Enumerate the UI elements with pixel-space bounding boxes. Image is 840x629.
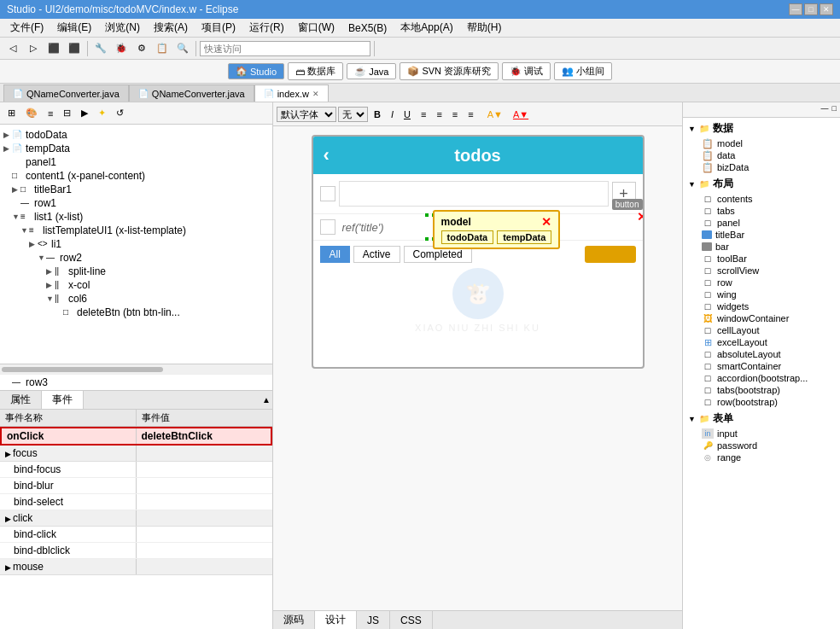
menu-project[interactable]: 项目(P) [195,19,242,37]
right-item-tabs-bootstrap[interactable]: □ tabs(bootstrap) [685,384,838,396]
right-item-tabs[interactable]: □ tabs [685,205,838,217]
align-right-button[interactable]: ≡ [448,108,462,121]
minimize-button[interactable]: — [789,3,802,15]
tree-item-todoData[interactable]: ▶ 📄 todoData [3,128,269,142]
right-item-row[interactable]: □ row [685,277,838,288]
model-close-btn[interactable]: ✕ [541,215,551,229]
tree-item-col6[interactable]: ▼ || col6 [3,292,269,306]
toolbar-btn-8[interactable]: 📋 [153,40,172,57]
right-item-absolutelayout[interactable]: □ absoluteLayout [685,348,838,360]
delete-btn[interactable]: ✕ [637,210,645,224]
maximize-button[interactable]: □ [804,3,818,15]
align-center-button[interactable]: ≡ [432,108,446,121]
item-checkbox[interactable] [320,219,335,235]
tree-item-panel1[interactable]: panel1 [3,155,269,169]
toolbar-btn-7[interactable]: ⚙ [132,40,151,57]
font-size-select[interactable]: 无 [338,107,368,122]
tab-0[interactable]: 📄 QNameConverter.java [3,84,129,102]
menu-localapp[interactable]: 本地App(A) [394,19,459,37]
quick-access-input[interactable] [200,41,370,56]
event-group-focus[interactable]: ▶focus [0,446,272,462]
refresh-btn[interactable]: ↺ [112,106,128,120]
tree-item-titleBar1[interactable]: ▶ □ titleBar1 [3,183,269,196]
underline-button[interactable]: U [400,108,415,121]
right-item-wing[interactable]: □ wing [685,288,838,300]
menu-window[interactable]: 窗口(W) [291,19,341,37]
close-button[interactable]: ✕ [820,3,833,15]
debug-button[interactable]: 🐞 调试 [502,62,551,80]
tab-js[interactable]: JS [357,611,390,629]
menu-file[interactable]: 文件(F) [3,19,50,37]
right-item-panel[interactable]: □ panel [685,217,838,229]
todo-text-input[interactable] [339,181,609,207]
right-item-bizData[interactable]: 📋 bizData [685,161,838,173]
event-row-bind-click[interactable]: bind-click [0,527,272,543]
event-row-bind-blur[interactable]: bind-blur [0,478,272,494]
tab-design[interactable]: 设计 [315,611,357,629]
event-group-click[interactable]: ▶click [0,510,272,527]
align-left-button[interactable]: ≡ [417,108,430,121]
tree-item-deleteBtn[interactable]: □ deleteBtn (btn btn-lin... [3,306,269,319]
database-button[interactable]: 🗃 数据库 [288,62,343,80]
menu-bex5[interactable]: BeX5(B) [341,20,394,36]
color-btn[interactable]: 🎨 [21,106,42,120]
event-row-bind-focus[interactable]: bind-focus [0,462,272,478]
align-justify-button[interactable]: ≡ [464,108,477,121]
more-btn[interactable]: ▶ [77,106,92,120]
highlight-btn[interactable]: A▼ [483,108,507,121]
right-group-form-header[interactable]: ▼ 📁 表单 [685,410,838,428]
todo-checkbox[interactable] [320,186,335,201]
tree-item-row3[interactable]: — row3 [0,374,272,390]
tab-close-2[interactable]: ✕ [312,90,319,98]
font-select[interactable]: 默认字体 [277,107,336,122]
toolbar-btn-3[interactable]: ⬛ [44,40,63,57]
right-item-excellayout[interactable]: ⊞ excelLayout [685,336,838,348]
menu-help[interactable]: 帮助(H) [460,19,509,37]
tree-item-list1[interactable]: ▼ ≡ list1 (x-list) [3,210,269,224]
magic-btn[interactable]: ✦ [94,106,110,120]
right-item-scrollview[interactable]: □ scrollView [685,265,838,277]
align-btn[interactable]: ≡ [44,107,57,120]
right-item-password[interactable]: 🔑 password [685,440,838,451]
toolbar-btn-5[interactable]: 🔧 [91,40,110,57]
svn-button[interactable]: 📦 SVN 资源库研究 [400,62,499,80]
toolbar-btn-4[interactable]: ⬛ [65,40,84,57]
tree-scrollbar[interactable] [0,364,272,374]
menu-edit[interactable]: 编辑(E) [50,19,98,37]
right-item-model[interactable]: 📋 model [685,137,838,149]
tree-item-listTemplate[interactable]: ▼ ≡ listTemplateUI1 (x-list-template) [3,224,269,237]
menu-search[interactable]: 搜索(A) [147,19,195,37]
right-item-contents[interactable]: □ contents [685,193,838,205]
menu-run[interactable]: 运行(R) [242,19,291,37]
toolbar-btn-2[interactable]: ▷ [24,40,43,57]
event-group-mouse[interactable]: ▶mouse [0,559,272,575]
studio-button[interactable]: 🏠 Studio [228,63,284,79]
right-minimize-btn[interactable]: — [820,102,831,117]
tab-1[interactable]: 📄 QNameConverter.java [129,84,254,102]
right-item-widgets[interactable]: □ widgets [685,300,838,312]
indent-btn[interactable]: ⊟ [59,106,75,120]
right-item-range[interactable]: ◎ range [685,451,838,463]
tab-events[interactable]: 事件 [42,391,84,409]
tab-css[interactable]: CSS [390,611,433,629]
event-row-bind-dblclick[interactable]: bind-dblclick [0,543,272,559]
right-item-row-bootstrap[interactable]: □ row(bootstrap) [685,396,838,408]
tab-source[interactable]: 源码 [273,611,315,629]
right-item-data[interactable]: 📋 data [685,149,838,161]
right-group-data-header[interactable]: ▼ 📁 数据 [685,119,838,137]
toolbar-btn-1[interactable]: ◁ [3,40,22,57]
right-maximize-btn[interactable]: □ [831,102,838,117]
right-item-titlebar[interactable]: titleBar [685,229,838,241]
handle-bl[interactable] [424,236,429,242]
right-item-celllayout[interactable]: □ cellLayout [685,324,838,336]
toolbar-btn-6[interactable]: 🐞 [112,40,131,57]
model-tododata-btn[interactable]: todoData [441,230,494,244]
tree-item-li1[interactable]: ▶ <> li1 [3,237,269,251]
toolbar-btn-9[interactable]: 🔍 [173,40,192,57]
right-item-toolbar[interactable]: □ toolBar [685,253,838,265]
right-group-layout-header[interactable]: ▼ 📁 布局 [685,175,838,193]
tree-item-splitline[interactable]: ▶ || split-line [3,265,269,278]
right-item-windowcontainer[interactable]: 🖼 windowContainer [685,312,838,324]
tree-item-tempData[interactable]: ▶ 📄 tempData [3,142,269,155]
handle-tl[interactable] [424,213,429,218]
